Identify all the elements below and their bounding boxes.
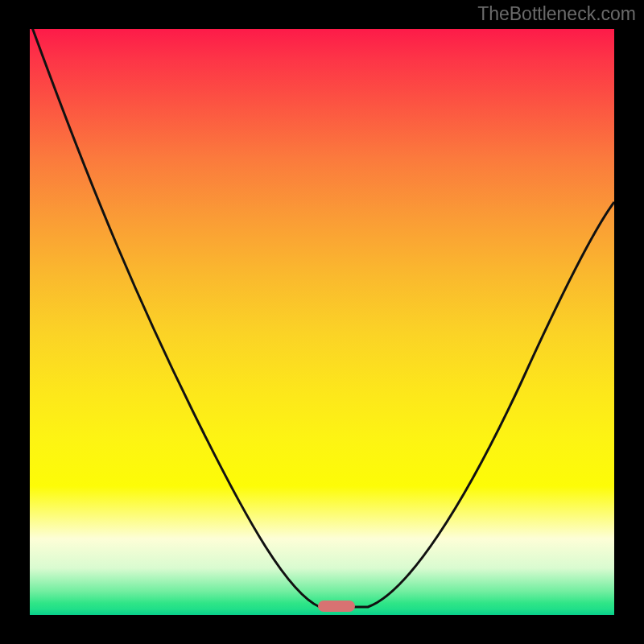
- bottleneck-curve: [30, 29, 614, 615]
- curve-right-branch: [349, 202, 614, 607]
- chart-container: TheBottleneck.com: [0, 0, 644, 644]
- watermark-text: TheBottleneck.com: [477, 3, 636, 25]
- curve-left-branch: [30, 29, 349, 607]
- plot-area: [30, 29, 614, 615]
- optimal-marker: [318, 601, 355, 612]
